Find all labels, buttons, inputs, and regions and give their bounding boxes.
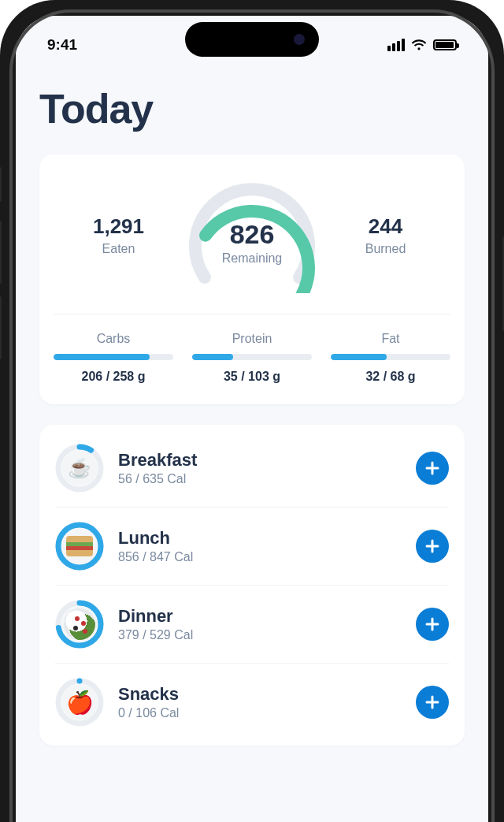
macro-carbs: Carbs 206 / 258 g bbox=[54, 332, 173, 384]
calorie-summary-card: 1,291 Eaten 826 Remaining 244 Burned bbox=[39, 154, 465, 404]
macro-value: 206 / 258 g bbox=[54, 370, 173, 384]
dynamic-island bbox=[185, 22, 319, 57]
macro-bar bbox=[54, 354, 173, 360]
coffee-icon: ☕ bbox=[61, 450, 98, 486]
remaining-gauge: 826 Remaining bbox=[177, 172, 327, 298]
meal-row-breakfast[interactable]: ☕ Breakfast 56 / 635 Cal bbox=[55, 430, 449, 508]
meal-name: Dinner bbox=[118, 606, 416, 627]
eaten-label: Eaten bbox=[60, 242, 177, 256]
meals-card: ☕ Breakfast 56 / 635 Cal Lunch 856 / 847… bbox=[39, 425, 465, 746]
burned-label: Burned bbox=[327, 242, 444, 256]
meal-progress-ring bbox=[55, 522, 104, 571]
eaten-stat: 1,291 Eaten bbox=[60, 214, 177, 256]
meal-calories: 379 / 529 Cal bbox=[118, 628, 416, 642]
meal-name: Snacks bbox=[118, 684, 416, 705]
remaining-value: 826 bbox=[222, 219, 282, 250]
macro-value: 35 / 103 g bbox=[192, 370, 312, 384]
wifi-icon bbox=[411, 39, 427, 51]
macro-label: Fat bbox=[331, 332, 450, 346]
macro-label: Carbs bbox=[54, 332, 173, 346]
status-time: 9:41 bbox=[47, 36, 77, 54]
meal-progress-ring: 🍎 bbox=[55, 678, 104, 727]
meal-name: Breakfast bbox=[118, 450, 416, 471]
page-title: Today bbox=[39, 85, 465, 132]
meal-row-lunch[interactable]: Lunch 856 / 847 Cal bbox=[55, 508, 449, 586]
sandwich-icon bbox=[61, 528, 98, 564]
remaining-label: Remaining bbox=[222, 251, 282, 266]
meal-calories: 0 / 106 Cal bbox=[118, 706, 416, 720]
battery-icon bbox=[433, 39, 457, 50]
macro-bar bbox=[331, 354, 450, 360]
macro-label: Protein bbox=[192, 332, 312, 346]
add-dinner-button[interactable] bbox=[416, 608, 449, 641]
meal-progress-ring: ☕ bbox=[55, 444, 104, 493]
add-lunch-button[interactable] bbox=[416, 530, 449, 563]
meal-calories: 856 / 847 Cal bbox=[118, 550, 416, 564]
add-snacks-button[interactable] bbox=[416, 686, 449, 719]
apple-icon: 🍎 bbox=[61, 684, 98, 720]
macro-bar bbox=[192, 354, 312, 360]
meal-calories: 56 / 635 Cal bbox=[118, 472, 416, 486]
meal-name: Lunch bbox=[118, 528, 416, 549]
eaten-value: 1,291 bbox=[60, 214, 177, 239]
macro-fat: Fat 32 / 68 g bbox=[331, 332, 450, 384]
macro-value: 32 / 68 g bbox=[331, 370, 450, 384]
salad-icon bbox=[61, 606, 98, 642]
cellular-icon bbox=[387, 39, 405, 51]
meal-row-dinner[interactable]: Dinner 379 / 529 Cal bbox=[55, 586, 449, 664]
add-breakfast-button[interactable] bbox=[416, 452, 449, 485]
burned-stat: 244 Burned bbox=[327, 214, 444, 256]
macro-protein: Protein 35 / 103 g bbox=[192, 332, 312, 384]
meal-row-snacks[interactable]: 🍎 Snacks 0 / 106 Cal bbox=[55, 664, 449, 741]
meal-progress-ring bbox=[55, 600, 104, 649]
burned-value: 244 bbox=[327, 214, 444, 239]
